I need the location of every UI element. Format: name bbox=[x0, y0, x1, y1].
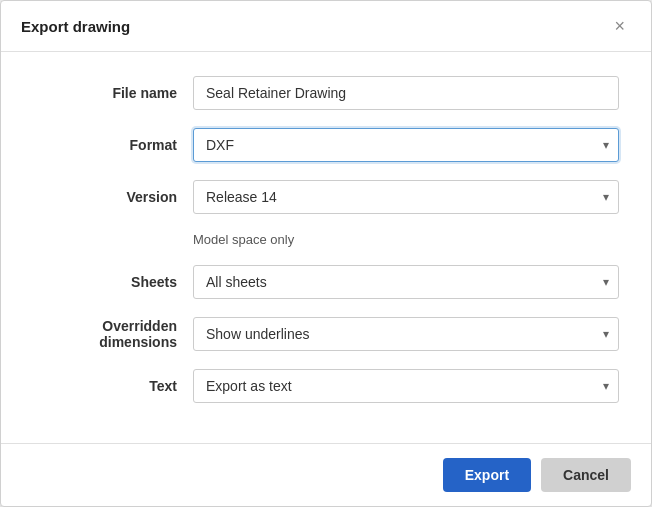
overridden-label: Overridden dimensions bbox=[33, 318, 193, 350]
format-row: Format DXF DWG SVG PDF ▾ bbox=[33, 128, 619, 162]
close-button[interactable]: × bbox=[608, 15, 631, 37]
text-control: Export as text Export as curves ▾ bbox=[193, 369, 619, 403]
format-control: DXF DWG SVG PDF ▾ bbox=[193, 128, 619, 162]
export-button[interactable]: Export bbox=[443, 458, 531, 492]
overridden-control: Show underlines Hide underlines ▾ bbox=[193, 317, 619, 351]
version-select[interactable]: Release 14 Release 12 2000 2004 2007 201… bbox=[193, 180, 619, 214]
version-label: Version bbox=[33, 189, 193, 205]
file-name-label: File name bbox=[33, 85, 193, 101]
dialog-footer: Export Cancel bbox=[1, 443, 651, 506]
sheets-control: All sheets Current sheet ▾ bbox=[193, 265, 619, 299]
text-row: Text Export as text Export as curves ▾ bbox=[33, 369, 619, 403]
text-label: Text bbox=[33, 378, 193, 394]
text-select-wrapper: Export as text Export as curves ▾ bbox=[193, 369, 619, 403]
text-select[interactable]: Export as text Export as curves bbox=[193, 369, 619, 403]
sheets-select[interactable]: All sheets Current sheet bbox=[193, 265, 619, 299]
file-name-control bbox=[193, 76, 619, 110]
sheets-select-wrapper: All sheets Current sheet ▾ bbox=[193, 265, 619, 299]
sheets-label: Sheets bbox=[33, 274, 193, 290]
format-select[interactable]: DXF DWG SVG PDF bbox=[193, 128, 619, 162]
overridden-row: Overridden dimensions Show underlines Hi… bbox=[33, 317, 619, 351]
overridden-select-wrapper: Show underlines Hide underlines ▾ bbox=[193, 317, 619, 351]
dialog-header: Export drawing × bbox=[1, 1, 651, 52]
format-select-wrapper: DXF DWG SVG PDF ▾ bbox=[193, 128, 619, 162]
version-hint: Model space only bbox=[193, 232, 619, 247]
cancel-button[interactable]: Cancel bbox=[541, 458, 631, 492]
file-name-row: File name bbox=[33, 76, 619, 110]
dialog-body: File name Format DXF DWG SVG PDF ▾ bbox=[1, 52, 651, 443]
file-name-input[interactable] bbox=[193, 76, 619, 110]
dialog-title: Export drawing bbox=[21, 18, 130, 35]
sheets-row: Sheets All sheets Current sheet ▾ bbox=[33, 265, 619, 299]
format-label: Format bbox=[33, 137, 193, 153]
version-select-wrapper: Release 14 Release 12 2000 2004 2007 201… bbox=[193, 180, 619, 214]
overridden-select[interactable]: Show underlines Hide underlines bbox=[193, 317, 619, 351]
version-row: Version Release 14 Release 12 2000 2004 … bbox=[33, 180, 619, 214]
version-control: Release 14 Release 12 2000 2004 2007 201… bbox=[193, 180, 619, 214]
export-dialog: Export drawing × File name Format DXF DW… bbox=[0, 0, 652, 507]
